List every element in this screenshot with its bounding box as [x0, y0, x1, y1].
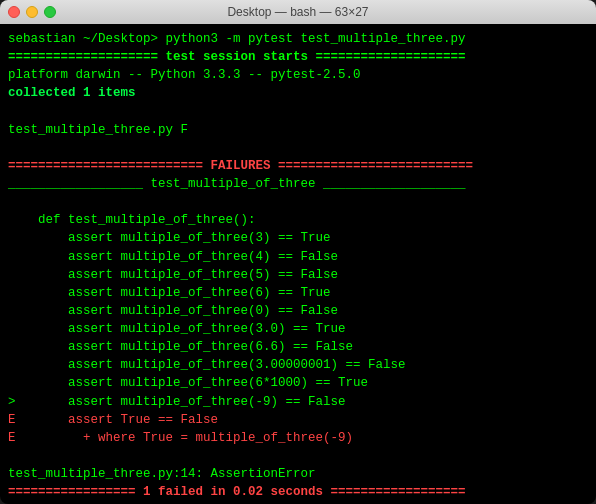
line-error1: E assert True == False: [8, 411, 588, 429]
line-assert3: assert multiple_of_three(5) == False: [8, 266, 588, 284]
line-testfile: test_multiple_three.py F: [8, 121, 588, 139]
line-assert8: assert multiple_of_three(3.00000001) == …: [8, 356, 588, 374]
line-location: test_multiple_three.py:14: AssertionErro…: [8, 465, 588, 483]
line-assert6: assert multiple_of_three(3.0) == True: [8, 320, 588, 338]
line-collected: collected 1 items: [8, 84, 588, 102]
terminal-body[interactable]: sebastian ~/Desktop> python3 -m pytest t…: [0, 24, 596, 504]
line-assert2: assert multiple_of_three(4) == False: [8, 248, 588, 266]
line-assert7: assert multiple_of_three(6.6) == False: [8, 338, 588, 356]
terminal-window: Desktop — bash — 63×27 sebastian ~/Deskt…: [0, 0, 596, 504]
line-assert1: assert multiple_of_three(3) == True: [8, 229, 588, 247]
line-error2: E + where True = multiple_of_three(-9): [8, 429, 588, 447]
window-controls: [8, 6, 56, 18]
maximize-button[interactable]: [44, 6, 56, 18]
line-test-header: __________________ test_multiple_of_thre…: [8, 175, 588, 193]
line-def: def test_multiple_of_three():: [8, 211, 588, 229]
line-failures: ========================== FAILURES ====…: [8, 157, 588, 175]
line-assert5: assert multiple_of_three(0) == False: [8, 302, 588, 320]
minimize-button[interactable]: [26, 6, 38, 18]
line-blank1: [8, 103, 588, 121]
line-blank3: [8, 193, 588, 211]
line-blank4: [8, 447, 588, 465]
line-sep1: ==================== test session starts…: [8, 48, 588, 66]
line-platform: platform darwin -- Python 3.3.3 -- pytes…: [8, 66, 588, 84]
line-assert4: assert multiple_of_three(6) == True: [8, 284, 588, 302]
line-assert9: assert multiple_of_three(6*1000) == True: [8, 374, 588, 392]
line-prompt: sebastian ~/Desktop> python3 -m pytest t…: [8, 30, 588, 48]
window-title: Desktop — bash — 63×27: [227, 5, 368, 19]
line-blank2: [8, 139, 588, 157]
line-arrow: > assert multiple_of_three(-9) == False: [8, 393, 588, 411]
line-summary: ================= 1 failed in 0.02 secon…: [8, 483, 588, 501]
titlebar: Desktop — bash — 63×27: [0, 0, 596, 24]
close-button[interactable]: [8, 6, 20, 18]
